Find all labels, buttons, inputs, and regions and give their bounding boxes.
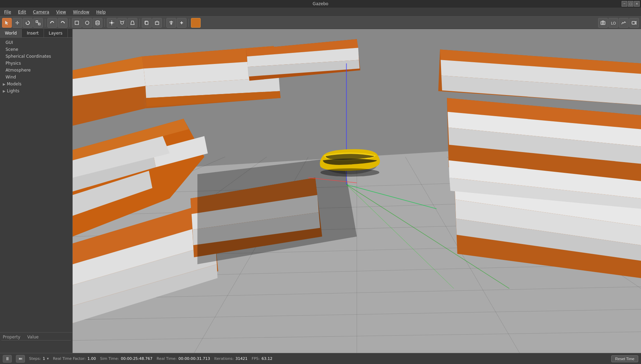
svg-line-19 [120,21,121,22]
sim-time-value: 00:00:25:48.767 [121,356,153,361]
svg-point-98 [320,168,379,177]
svg-line-4 [38,22,38,23]
steps-dropdown[interactable]: ▾ [47,356,49,361]
sim-time-label: Sim Time: [100,356,119,361]
iterations-label: Iterations: [214,356,233,361]
toolbar: ✛ [0,17,641,29]
svg-rect-26 [170,23,172,24]
lights-expand-arrow: ▶ [3,89,6,93]
chart-button[interactable] [619,18,629,28]
left-panel: World Insert Layers GUI Scene Spherical … [0,29,73,353]
main-layout: World Insert Layers GUI Scene Spherical … [0,29,641,353]
reset-time-button[interactable]: Reset Time [611,355,638,362]
tab-world[interactable]: World [0,29,22,37]
scale-tool-button[interactable] [33,18,43,28]
realtime-factor-section: Real Time Factor: 1.00 [53,356,96,361]
tree-item-scene[interactable]: Scene [0,46,72,53]
tree-item-gui[interactable]: GUI [0,39,72,46]
close-button[interactable]: ✕ [634,1,640,7]
fps-value: 63.12 [262,356,273,361]
menu-file[interactable]: File [1,9,14,15]
svg-text:✛: ✛ [15,20,19,26]
models-expand-arrow: ▶ [3,82,6,86]
steps-value: 1 [43,356,45,361]
tree-item-models[interactable]: ▶ Models [0,81,72,87]
redo-button[interactable] [58,18,67,28]
cylinder-button[interactable] [93,18,102,28]
snap-button[interactable] [177,18,186,28]
menu-window[interactable]: Window [70,9,92,15]
tab-layers[interactable]: Layers [44,29,68,37]
property-panel: Property Value [0,332,72,353]
tree-item-atmosphere[interactable]: Atmosphere [0,67,72,74]
menu-view[interactable]: View [53,9,68,15]
maximize-button[interactable]: □ [628,1,633,7]
toolbar-separator-3 [104,19,105,27]
tree-item-spherical-coordinates-label: Spherical Coordinates [6,54,51,59]
align-button[interactable] [166,18,176,28]
realtime-factor-value: 1.00 [88,356,96,361]
property-header: Property Value [1,334,71,340]
app-title: Gazebo [313,1,328,6]
toolbar-separator-4 [139,19,140,27]
realtime-factor-label: Real Time Factor: [53,356,86,361]
titlebar: Gazebo ─ □ ✕ [0,0,641,8]
toolbar-separator-2 [70,19,70,27]
color-swatch-button[interactable] [191,18,201,28]
tree-item-spherical-coordinates[interactable]: Spherical Coordinates [0,53,72,60]
svg-point-8 [85,21,89,25]
tab-insert[interactable]: Insert [22,29,44,37]
svg-point-18 [121,21,123,24]
move-tool-button[interactable]: ✛ [12,18,22,28]
sim-time-section: Sim Time: 00:00:25:48.767 [100,356,153,361]
box-button[interactable] [72,18,82,28]
toolbar-separator-1 [45,19,45,27]
tree-items: GUI Scene Spherical Coordinates Physics … [0,38,72,332]
select-tool-button[interactable] [2,18,12,28]
iterations-section: Iterations: 31421 [214,356,247,361]
svg-rect-3 [38,23,40,25]
svg-rect-25 [170,21,173,22]
tree-item-gui-label: GUI [6,40,13,45]
real-time-label: Real Time: [157,356,177,361]
value-col-label: Value [27,335,39,339]
rotate-tool-button[interactable] [23,18,33,28]
pause-button[interactable]: ⏸ [3,355,12,363]
menu-camera[interactable]: Camera [30,9,52,15]
step-button[interactable]: ⏭ [16,355,25,363]
record-button[interactable] [629,18,639,28]
tree-item-models-label: Models [7,82,21,86]
tree-item-physics[interactable]: Physics [0,60,72,67]
toolbar-separator-5 [164,19,164,27]
svg-rect-23 [156,21,158,22]
toolbar-separator-6 [189,19,189,27]
spot-light-button[interactable] [128,18,137,28]
svg-point-27 [181,22,182,24]
fps-section: FPS: 63.12 [251,356,272,361]
menu-help[interactable]: Help [93,9,108,15]
directional-light-button[interactable] [107,18,117,28]
log-button[interactable]: LOG [608,18,618,28]
tree-item-lights[interactable]: ▶ Lights [0,87,72,94]
tree-item-wind-label: Wind [6,75,16,80]
sphere-button[interactable] [82,18,92,28]
undo-button[interactable] [47,18,57,28]
svg-point-29 [602,22,604,24]
screenshot-button[interactable] [598,18,608,28]
tree-item-wind[interactable]: Wind [0,74,72,81]
point-light-button[interactable] [117,18,127,28]
tree-item-lights-label: Lights [7,88,19,93]
viewport[interactable] [73,29,641,353]
svg-rect-2 [36,21,38,22]
tree-item-scene-label: Scene [6,47,18,52]
menu-edit[interactable]: Edit [15,9,29,15]
real-time-value: 00:00:00:31.713 [178,356,210,361]
minimize-button[interactable]: ─ [622,1,627,7]
paste-button[interactable] [152,18,162,28]
copy-button[interactable] [142,18,152,28]
svg-marker-32 [635,21,636,24]
tree-item-physics-label: Physics [6,61,21,66]
svg-rect-7 [75,21,79,25]
titlebar-controls: ─ □ ✕ [622,1,640,7]
svg-point-13 [111,22,113,24]
